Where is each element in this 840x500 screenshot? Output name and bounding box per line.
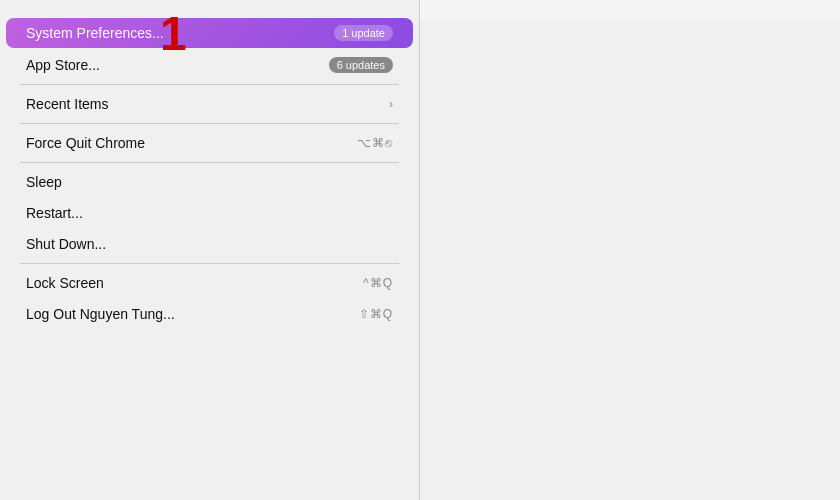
menu-item-shutdown[interactable]: Shut Down... [6, 229, 413, 259]
menu-item-sleep[interactable]: Sleep [6, 167, 413, 197]
menu-label: Sleep [26, 174, 62, 190]
about-this-mac-title [0, 0, 419, 16]
divider1 [20, 84, 399, 85]
menu-item-recent-items[interactable]: Recent Items› [6, 89, 413, 119]
left-panel: System Preferences...1 updateApp Store..… [0, 0, 420, 500]
menu-label: Lock Screen [26, 275, 104, 291]
divider3 [20, 162, 399, 163]
shortcut-label: ⇧⌘Q [359, 307, 393, 321]
menu-label: Restart... [26, 205, 83, 221]
menu-label: App Store... [26, 57, 100, 73]
menu-label: Log Out Nguyen Tung... [26, 306, 175, 322]
menu-item-force-quit[interactable]: Force Quit Chrome⌥⌘⎋ [6, 128, 413, 158]
menu-badge: 1 update [334, 25, 393, 41]
menu-item-lock[interactable]: Lock Screen^⌘Q [6, 268, 413, 298]
menu-item-logout[interactable]: Log Out Nguyen Tung...⇧⌘Q [6, 299, 413, 329]
menu-badge: 6 updates [329, 57, 393, 73]
shortcut-label: ^⌘Q [363, 276, 393, 290]
right-panel [420, 0, 840, 20]
shortcut-label: ⌥⌘⎋ [357, 136, 393, 150]
menu-label: System Preferences... [26, 25, 164, 41]
menu-label: Force Quit Chrome [26, 135, 145, 151]
menu-item-restart[interactable]: Restart... [6, 198, 413, 228]
menu-label: Recent Items [26, 96, 108, 112]
divider2 [20, 123, 399, 124]
menu-label: Shut Down... [26, 236, 106, 252]
menu-item-app-store[interactable]: App Store...6 updates [6, 50, 413, 80]
divider4 [20, 263, 399, 264]
chevron-icon: › [389, 97, 393, 111]
menu-item-system-prefs[interactable]: System Preferences...1 update [6, 18, 413, 48]
